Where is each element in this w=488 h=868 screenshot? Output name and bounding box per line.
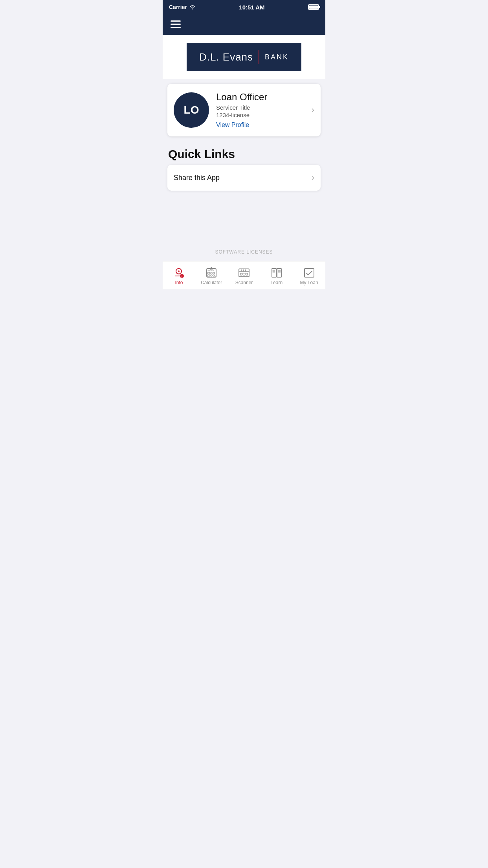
svg-rect-12 — [213, 275, 215, 276]
view-profile-link[interactable]: View Profile — [216, 121, 249, 128]
svg-text:i: i — [182, 275, 182, 278]
tab-info[interactable]: i Info — [163, 265, 195, 288]
avatar: LO — [174, 92, 209, 128]
chevron-right-icon: › — [312, 105, 314, 115]
status-battery — [308, 4, 319, 10]
svg-rect-16 — [243, 273, 245, 275]
svg-rect-2 — [178, 273, 180, 274]
profile-name: Loan Officer — [216, 92, 308, 103]
scanner-icon — [238, 267, 250, 278]
my-loan-icon — [304, 267, 315, 278]
svg-rect-15 — [240, 273, 242, 275]
logo-text-bank: BANK — [265, 53, 289, 61]
battery-icon — [308, 4, 319, 10]
avatar-initials: LO — [184, 104, 199, 116]
svg-rect-7 — [207, 272, 210, 274]
share-app-link[interactable]: Share this App › — [167, 165, 321, 191]
tab-learn[interactable]: Learn — [260, 265, 293, 288]
svg-rect-10 — [207, 275, 210, 276]
info-icon: i — [173, 267, 184, 278]
tab-calculator[interactable]: Calculator — [195, 265, 228, 288]
software-licenses[interactable]: SOFTWARE LICENSES — [163, 243, 325, 261]
tab-bar: i Info Calculator — [163, 261, 325, 289]
svg-rect-11 — [211, 275, 212, 276]
profile-title: Servicer Title — [216, 104, 308, 111]
svg-rect-13 — [239, 269, 249, 277]
content-area: D.L. Evans BANK LO Loan Officer Servicer… — [163, 35, 325, 261]
svg-rect-9 — [213, 272, 215, 274]
quick-links-title: Quick Links — [163, 141, 325, 165]
wifi-icon — [189, 5, 196, 9]
learn-icon — [271, 267, 282, 278]
hamburger-line-3 — [171, 27, 181, 28]
logo-text-main: D.L. Evans — [199, 51, 253, 63]
logo-divider — [259, 50, 259, 64]
tab-info-label: Info — [175, 280, 183, 285]
tab-my-loan[interactable]: My Loan — [293, 265, 325, 288]
share-app-label: Share this App — [174, 174, 220, 182]
nav-bar — [163, 14, 325, 35]
profile-info: Loan Officer Servicer Title 1234-license… — [216, 92, 308, 129]
hamburger-line-1 — [171, 20, 181, 22]
share-chevron-icon: › — [312, 173, 314, 183]
status-bar: Carrier 10:51 AM — [163, 0, 325, 14]
logo-box: D.L. Evans BANK — [187, 43, 301, 71]
tab-my-loan-label: My Loan — [300, 280, 318, 285]
svg-rect-30 — [305, 268, 314, 277]
calculator-icon — [206, 267, 217, 278]
svg-rect-17 — [246, 273, 248, 275]
tab-scanner[interactable]: Scanner — [228, 265, 261, 288]
tab-scanner-label: Scanner — [235, 280, 253, 285]
logo-container: D.L. Evans BANK — [163, 35, 325, 79]
status-carrier: Carrier — [169, 4, 196, 10]
hamburger-line-2 — [171, 24, 181, 25]
svg-point-1 — [178, 270, 180, 272]
profile-license: 1234-license — [216, 112, 308, 118]
menu-button[interactable] — [169, 19, 182, 29]
tab-learn-label: Learn — [270, 280, 283, 285]
tab-calculator-label: Calculator — [201, 280, 222, 285]
status-time: 10:51 AM — [239, 4, 264, 11]
svg-rect-8 — [211, 272, 212, 274]
profile-card[interactable]: LO Loan Officer Servicer Title 1234-lice… — [167, 84, 321, 136]
